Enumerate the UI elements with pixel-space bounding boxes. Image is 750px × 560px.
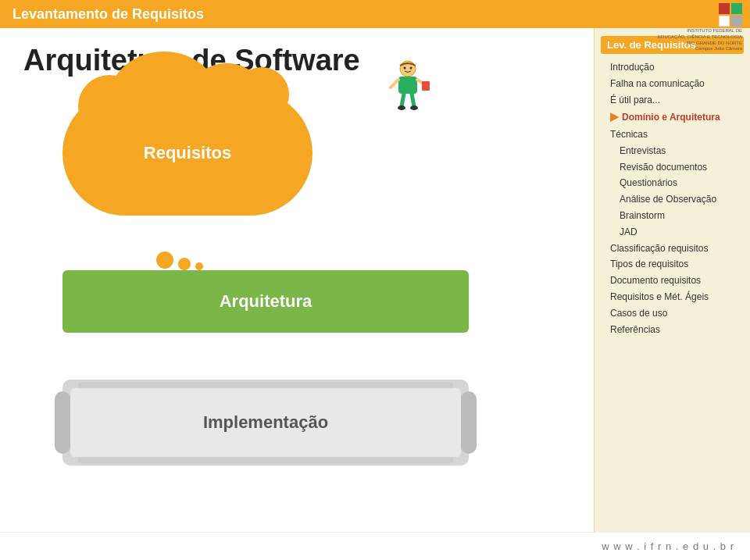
sidebar-nav: Introdução Falha na comunicação É útil p… bbox=[601, 60, 744, 337]
nav-falha[interactable]: Falha na comunicação bbox=[601, 77, 744, 91]
svg-rect-3 bbox=[398, 77, 417, 94]
institution-text: INSTITUTO FEDERAL DE EDUCAÇÃO, CIÊNCIA E… bbox=[658, 28, 742, 52]
logo-area: INSTITUTO FEDERAL DE EDUCAÇÃO, CIÊNCIA E… bbox=[658, 3, 742, 52]
svg-point-2 bbox=[410, 67, 412, 70]
nav-documento[interactable]: Documento requisitos bbox=[601, 273, 744, 288]
arch-container: Arquitetura bbox=[62, 270, 469, 333]
right-sidebar: Lev. de Requisitos Introdução Falha na c… bbox=[594, 28, 750, 532]
cloud-bubble-1 bbox=[156, 251, 173, 269]
cloud-bump2 bbox=[234, 67, 289, 122]
svg-point-1 bbox=[404, 67, 406, 70]
impl-container: Implementação bbox=[62, 380, 469, 465]
mascot-svg bbox=[384, 59, 431, 114]
scroll-inner: Implementação bbox=[70, 388, 461, 457]
nav-classificacao[interactable]: Classificação requisitos bbox=[601, 241, 744, 256]
nav-revisao[interactable]: Revisão documentos bbox=[601, 160, 744, 175]
logo-grid bbox=[719, 3, 742, 27]
nav-entrevistas[interactable]: Entrevistas bbox=[601, 144, 744, 159]
logo-cell-green1 bbox=[731, 3, 742, 14]
svg-point-9 bbox=[398, 105, 405, 110]
main-content: Arquitetura de Software bbox=[0, 28, 750, 532]
nav-tecnicas[interactable]: Técnicas bbox=[601, 127, 744, 142]
cloud-shape: Requisitos bbox=[62, 91, 312, 216]
page-title: Arquitetura de Software bbox=[23, 44, 570, 77]
nav-util[interactable]: É útil para... bbox=[601, 93, 744, 108]
nav-analise[interactable]: Análise de Observação bbox=[601, 192, 744, 207]
cloud-bump1 bbox=[78, 75, 141, 137]
nav-introducao[interactable]: Introdução bbox=[601, 60, 744, 75]
logo-cell-white1 bbox=[719, 16, 730, 27]
svg-line-4 bbox=[391, 80, 398, 87]
cloud-container: Requisitos bbox=[62, 91, 328, 247]
header-bar: Levantamento de Requisitos bbox=[0, 0, 750, 28]
nav-dominio[interactable]: ▶Domínio e Arquitetura bbox=[601, 109, 744, 126]
nav-tipos[interactable]: Tipos de requisitos bbox=[601, 257, 744, 272]
svg-rect-6 bbox=[422, 81, 430, 91]
logo-cell-red1 bbox=[719, 3, 730, 14]
cloud-bubble-2 bbox=[178, 258, 191, 270]
svg-line-8 bbox=[412, 94, 414, 106]
nav-ageis[interactable]: Requisitos e Mét. Ágeis bbox=[601, 290, 744, 305]
mascot bbox=[384, 59, 431, 114]
footer-url: w w w . i f r n . e d u . b r bbox=[602, 540, 734, 552]
svg-point-10 bbox=[410, 105, 418, 110]
scroll-shape: Implementação bbox=[62, 380, 469, 465]
cloud-text: Requisitos bbox=[144, 143, 231, 163]
arch-text: Arquitetura bbox=[220, 291, 312, 312]
ifrn-logo: INSTITUTO FEDERAL DE EDUCAÇÃO, CIÊNCIA E… bbox=[658, 3, 742, 52]
nav-arrow: ▶ bbox=[610, 109, 619, 125]
cloud-tail bbox=[156, 251, 203, 270]
cloud-bubble-3 bbox=[195, 262, 203, 270]
nav-jad[interactable]: JAD bbox=[601, 225, 744, 240]
header-title: Levantamento de Requisitos bbox=[12, 6, 204, 23]
nav-referencias[interactable]: Referências bbox=[601, 323, 744, 337]
svg-line-7 bbox=[402, 94, 404, 106]
footer: w w w . i f r n . e d u . b r bbox=[0, 532, 750, 560]
nav-questionarios[interactable]: Questionários bbox=[601, 176, 744, 191]
nav-casos[interactable]: Casos de uso bbox=[601, 306, 744, 321]
impl-text: Implementação bbox=[203, 412, 328, 433]
left-panel: Arquitetura de Software bbox=[0, 28, 594, 532]
nav-brainstorm[interactable]: Brainstorm bbox=[601, 209, 744, 223]
logo-cell-gray1 bbox=[731, 16, 742, 27]
